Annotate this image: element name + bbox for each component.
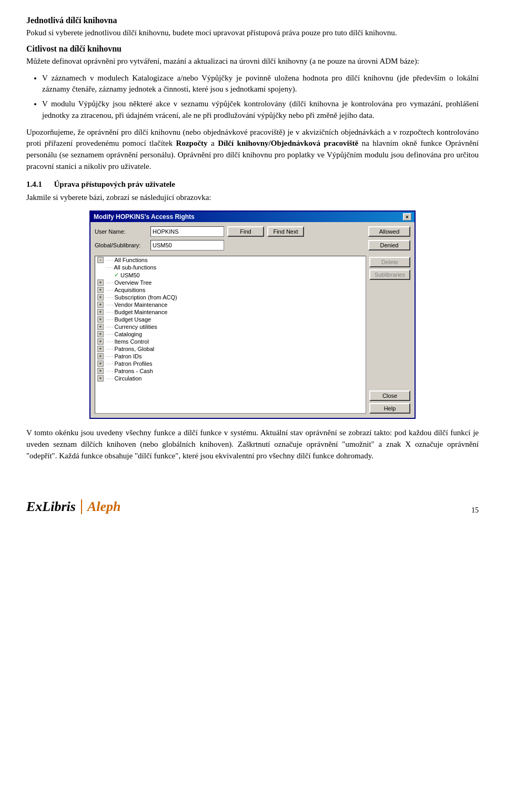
dialog-container: Modify HOPKINS's Access Rights × User Na… [26, 210, 479, 419]
dialog-window: Modify HOPKINS's Access Rights × User Na… [89, 210, 416, 419]
tree-expand-icon[interactable]: + [97, 338, 104, 345]
list-item[interactable]: - · · · · All Functions [95, 256, 366, 264]
allowed-button[interactable]: Allowed [368, 226, 410, 237]
denied-button[interactable]: Denied [368, 240, 410, 250]
tree-expand-icon[interactable]: - [97, 257, 104, 263]
tree-expand-icon[interactable]: + [97, 353, 104, 359]
tree-expand-icon[interactable]: + [97, 309, 104, 315]
list-item[interactable]: + · · · · Acquisitions [95, 286, 366, 294]
dialog-main-area: - · · · · All Functions · · · · All sub-… [95, 256, 410, 414]
tree-expand-icon[interactable]: + [97, 331, 104, 337]
checkmark-icon: ✓ [114, 272, 119, 278]
section2-title: Citlivost na dílčí knihovnu [26, 44, 479, 54]
section141-intro: Jakmile si vyberete bázi, zobrazí se nás… [26, 192, 479, 204]
dialog-body: User Name: Find Find Next Allowed Global… [90, 222, 415, 418]
tree-expand-icon[interactable]: + [97, 287, 104, 293]
tree-expand-icon[interactable]: + [97, 346, 104, 352]
username-input[interactable] [150, 226, 224, 237]
list-item[interactable]: · · · · All sub-functions [95, 264, 366, 271]
list-item[interactable]: + · · · · Currency utilities [95, 323, 366, 330]
outro-para1: V tomto okénku jsou uvedeny všechny funk… [26, 427, 479, 462]
find-next-button[interactable]: Find Next [267, 226, 304, 237]
list-item[interactable]: + · · · · Patron IDs [95, 353, 366, 360]
sublibrary-row: Global/Sublibrary: Denied [95, 240, 410, 250]
list-item[interactable]: ✓ USM50 [95, 271, 366, 279]
list-item[interactable]: + · · · · Budget Maintenance [95, 308, 366, 316]
close-button[interactable]: Close [369, 390, 410, 401]
bullet-list: V záznamech v modulech Katalogizace a/ne… [42, 73, 479, 122]
list-item[interactable]: + · · · · Patron Profiles [95, 360, 366, 367]
tree-expand-icon[interactable]: + [97, 294, 104, 300]
function-list[interactable]: - · · · · All Functions · · · · All sub-… [95, 256, 366, 414]
logo-divider [81, 499, 82, 514]
right-buttons: Delete Sublibraries Close Help [369, 256, 410, 414]
find-button[interactable]: Find [227, 226, 264, 237]
logo-aleph-text: Aleph [87, 499, 121, 515]
list-item[interactable]: + · · · · Overview Tree [95, 279, 366, 286]
tree-expand-icon[interactable]: + [97, 302, 104, 308]
logo-ex-text: Ex [26, 499, 42, 514]
tree-expand-icon[interactable]: + [97, 324, 104, 330]
bullet-item-2: V modulu Výpůjčky jsou některé akce v se… [42, 98, 479, 122]
logo-area: ExLibris Aleph [26, 499, 121, 515]
dialog-title: Modify HOPKINS's Access Rights [94, 213, 195, 220]
list-item[interactable]: + · · · · Vendor Maintenance [95, 301, 366, 308]
bold-dilci: Dílčí knihovny/Objednávková pracoviště [218, 139, 358, 147]
sublibrary-input[interactable] [150, 240, 224, 250]
page-title: Jednotlivá dílčí knihovna [26, 16, 479, 25]
dialog-titlebar: Modify HOPKINS's Access Rights × [90, 212, 415, 222]
dialog-close-icon[interactable]: × [403, 213, 411, 220]
tree-expand-icon[interactable]: + [97, 368, 104, 374]
bullet-item-1: V záznamech v modulech Katalogizace a/ne… [42, 73, 479, 96]
list-item[interactable]: + · · · · Patrons, Global [95, 345, 366, 353]
tree-expand-icon[interactable]: + [97, 316, 104, 323]
username-row: User Name: Find Find Next Allowed [95, 226, 410, 237]
sublibraries-button[interactable]: Sublibraries [369, 269, 410, 280]
username-label: User Name: [95, 228, 147, 235]
help-button[interactable]: Help [369, 403, 410, 414]
tree-expand-icon[interactable]: + [97, 360, 104, 367]
list-item[interactable]: + · · · · Items Control [95, 338, 366, 345]
logo-libris-text: Libris [42, 499, 76, 514]
list-item[interactable]: + · · · · Circulation [95, 375, 366, 382]
bold-rozpocty: Rozpočty [176, 139, 208, 147]
list-item[interactable]: + · · · · Cataloging [95, 330, 366, 338]
tree-expand-icon[interactable]: + [97, 375, 104, 382]
upozornujeme-para: Upozorňujeme, že oprávnění pro dílčí kni… [26, 127, 479, 173]
list-item[interactable]: + · · · · Subscription (from ACQ) [95, 294, 366, 301]
list-item[interactable]: + · · · · Budget Usage [95, 316, 366, 323]
list-item[interactable]: + · · · · Patrons - Cash [95, 367, 366, 375]
logo-exlibris: ExLibris [26, 499, 76, 515]
section2-para1: Můžete definovat oprávnění pro vytváření… [26, 56, 479, 67]
section141-heading: 1.4.1 Úprava přístupových práv uživatele [26, 180, 479, 189]
tree-expand-icon[interactable]: + [97, 279, 104, 286]
sublibrary-label: Global/Sublibrary: [95, 242, 147, 248]
intro-para1: Pokud si vyberete jednotlivou dílčí knih… [26, 27, 479, 39]
page-number: 15 [471, 506, 479, 515]
delete-button[interactable]: Delete [369, 257, 410, 267]
